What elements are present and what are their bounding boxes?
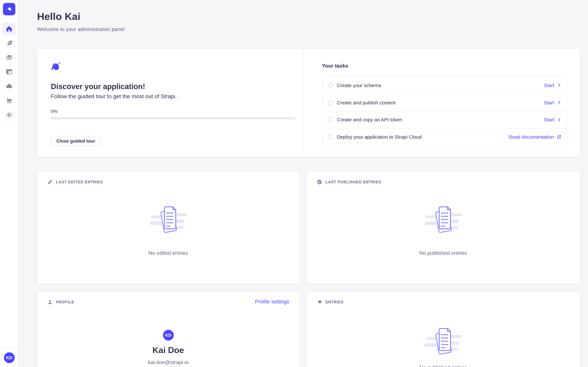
chevron-right-icon (557, 101, 561, 105)
sidebar-item-marketplace[interactable] (3, 94, 16, 107)
empty-documents-illustration (149, 204, 187, 233)
strapi-logo-icon (6, 6, 13, 13)
task-action-label: Read documentation (509, 134, 554, 140)
task-label: Deploy your application to Strapi Cloud (337, 134, 509, 140)
tasks-pane: Your tasks Create your schema Start (303, 49, 580, 157)
home-icon (6, 25, 13, 32)
guided-tour-card: Discover your application! Follow the gu… (37, 49, 580, 157)
last-edited-entries-card: LAST EDITED ENTRIES (37, 171, 299, 284)
profile-card: PROFILE Profile settings KD Kai Doe kai.… (37, 291, 299, 367)
panel-label: LAST PUBLISHED ENTRIES (326, 180, 381, 184)
empty-state-text: No edited entries (148, 250, 188, 256)
empty-documents-illustration (424, 325, 462, 355)
profile-body: KD Kai Doe kai.doe@strapi.io (37, 330, 299, 367)
progress-label: 0% (51, 109, 295, 114)
guided-tour-title: Discover your application! (51, 82, 295, 91)
sidebar: KD (0, 0, 18, 367)
last-published-entries-card: LAST PUBLISHED ENTRIES (307, 171, 580, 284)
progress-bar (51, 117, 295, 119)
panel-label: LAST EDITED ENTRIES (56, 180, 103, 184)
close-guided-tour-button[interactable]: Close guided tour (51, 136, 101, 146)
sidebar-divider-top (0, 18, 18, 19)
profile-name: Kai Doe (152, 345, 184, 355)
last-published-header: LAST PUBLISHED ENTRIES (317, 179, 381, 185)
main-content: Hello Kai Welcome to your administration… (18, 0, 588, 367)
profile-avatar: KD (163, 330, 174, 341)
sidebar-item-settings[interactable] (3, 108, 16, 121)
profile-email: kai.doe@strapi.io (148, 359, 189, 365)
task-action-label: Start (544, 117, 554, 123)
chevron-right-icon (557, 118, 561, 122)
read-documentation-link[interactable]: Read documentation (509, 134, 561, 140)
sidebar-item-deploy[interactable] (3, 80, 16, 93)
chevron-right-icon (557, 83, 561, 87)
puzzle-icon (317, 300, 322, 305)
task-action-label: Start (544, 100, 554, 105)
sidebar-divider-bottom (0, 348, 18, 349)
sidebar-item-content-type-builder[interactable] (3, 37, 16, 50)
empty-documents-illustration (424, 204, 462, 233)
task-row-deploy-cloud[interactable]: Deploy your application to Strapi Cloud … (322, 128, 567, 145)
panel-label: ENTRIES (326, 300, 344, 304)
cart-icon (6, 97, 13, 104)
external-link-icon (557, 135, 561, 139)
guided-tour-description: Follow the guided tour to get the most o… (51, 93, 295, 100)
feather-icon (6, 40, 13, 47)
task-row-create-content[interactable]: Create and publish content Start (322, 94, 567, 111)
sidebar-item-media-library[interactable] (3, 51, 16, 64)
profile-role-badge (153, 366, 184, 367)
wave-hand-icon (51, 62, 61, 71)
check-circle-icon (317, 179, 322, 185)
empty-state: No published entries (307, 325, 580, 367)
tasks-title: Your tasks (322, 63, 567, 69)
profile-settings-link[interactable]: Profile settings (255, 299, 289, 305)
entries-row: LAST EDITED ENTRIES (37, 171, 580, 284)
sidebar-item-content-manager[interactable] (3, 65, 16, 78)
layout-icon (6, 68, 13, 75)
task-start-link[interactable]: Start (544, 117, 561, 123)
task-label: Create and publish content (337, 100, 544, 105)
guided-tour-pane: Discover your application! Follow the gu… (37, 49, 303, 157)
entries-header: ENTRIES (317, 300, 344, 305)
strapi-admin-dashboard: KD Hello Kai Welcome to your administrat… (0, 0, 588, 367)
task-start-link[interactable]: Start (544, 100, 561, 105)
profile-row: PROFILE Profile settings KD Kai Doe kai.… (37, 291, 580, 367)
task-label: Create your schema (337, 83, 544, 88)
task-list: Create your schema Start Create and publ… (322, 76, 567, 145)
page-title: Hello Kai (37, 0, 580, 22)
person-icon (47, 300, 52, 305)
task-row-api-token[interactable]: Create and copy an API token Start (322, 111, 567, 128)
task-status-circle (328, 100, 333, 105)
empty-state-text: No published entries (419, 250, 467, 256)
empty-state: No edited entries (37, 204, 299, 256)
page-subtitle: Welcome to your administration panel (37, 26, 580, 32)
pencil-icon (47, 179, 52, 185)
panel-label: PROFILE (56, 300, 74, 304)
profile-header: PROFILE (47, 300, 74, 305)
task-status-circle (328, 117, 333, 122)
sidebar-item-home[interactable] (3, 22, 16, 35)
task-start-link[interactable]: Start (544, 83, 561, 88)
gear-icon (6, 111, 13, 118)
task-status-circle (328, 134, 333, 139)
strapi-logo[interactable] (3, 3, 15, 15)
task-status-circle (328, 83, 333, 88)
user-avatar[interactable]: KD (4, 352, 15, 363)
entries-card: ENTRIES (307, 291, 580, 367)
cloud-icon (6, 83, 13, 90)
task-action-label: Start (544, 83, 554, 88)
task-label: Create and copy an API token (337, 117, 544, 123)
empty-state-text: No published entries (419, 365, 467, 367)
media-icon (6, 54, 13, 61)
last-edited-header: LAST EDITED ENTRIES (47, 179, 103, 185)
empty-state: No published entries (307, 204, 580, 256)
task-row-create-schema[interactable]: Create your schema Start (322, 77, 567, 94)
